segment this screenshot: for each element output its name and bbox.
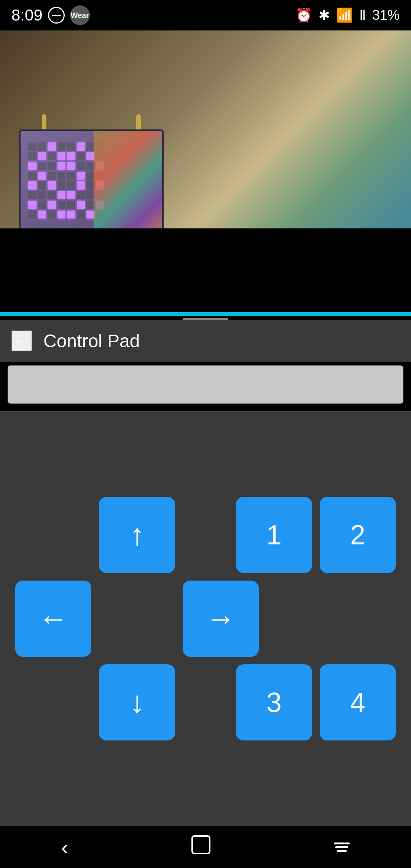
down-arrow-icon: ↓ bbox=[129, 687, 145, 718]
led-dot bbox=[38, 181, 46, 190]
led-matrix bbox=[28, 142, 104, 219]
led-dot bbox=[67, 142, 75, 151]
led-dot bbox=[57, 142, 66, 151]
recents-line-2 bbox=[335, 846, 348, 848]
led-dot bbox=[38, 172, 46, 180]
right-arrow-icon: → bbox=[206, 603, 236, 634]
led-dot bbox=[67, 201, 75, 209]
home-icon bbox=[191, 834, 211, 855]
led-dot bbox=[48, 191, 56, 199]
led-dot bbox=[38, 211, 46, 219]
led-dot bbox=[77, 191, 85, 199]
right-button[interactable]: → bbox=[183, 581, 259, 657]
led-dot bbox=[57, 152, 66, 161]
app-header: ← Control Pad bbox=[0, 320, 411, 362]
wear-badge: Wear bbox=[70, 5, 90, 25]
button-3[interactable]: 3 bbox=[236, 664, 312, 740]
left-button[interactable]: ← bbox=[15, 581, 91, 657]
dark-band bbox=[0, 228, 411, 282]
led-dot bbox=[48, 201, 56, 209]
led-dot bbox=[67, 172, 75, 180]
wear-label: Wear bbox=[70, 11, 89, 20]
status-bar: 8:09 Wear ⏰ ✱ 📶 Ⅱ 31% bbox=[0, 0, 411, 30]
led-dot bbox=[38, 152, 46, 161]
led-dot bbox=[57, 211, 66, 219]
led-dot bbox=[28, 152, 37, 161]
signal-icon: Ⅱ bbox=[359, 7, 366, 23]
led-dot bbox=[48, 152, 56, 161]
down-button[interactable]: ↓ bbox=[99, 664, 175, 740]
led-dot bbox=[67, 191, 75, 199]
time-display: 8:09 bbox=[11, 6, 43, 24]
label-4: 4 bbox=[350, 687, 365, 718]
led-dot bbox=[28, 181, 37, 190]
button-4[interactable]: 4 bbox=[320, 664, 396, 740]
status-right: ⏰ ✱ 📶 Ⅱ 31% bbox=[295, 7, 400, 23]
led-dot bbox=[48, 162, 56, 170]
led-dot bbox=[48, 142, 56, 151]
bluetooth-icon: ✱ bbox=[319, 7, 330, 23]
text-input-field[interactable] bbox=[8, 365, 403, 404]
up-arrow-icon: ↑ bbox=[129, 520, 145, 550]
dnd-line bbox=[52, 15, 61, 16]
nav-back-button[interactable]: ‹ bbox=[61, 835, 68, 860]
led-dot bbox=[38, 201, 46, 209]
wifi-icon: 📶 bbox=[336, 7, 353, 23]
led-dot bbox=[38, 162, 46, 170]
recents-icon bbox=[334, 842, 350, 852]
led-dot bbox=[48, 211, 56, 219]
led-dot bbox=[77, 201, 85, 209]
control-pad-area: ↑ 1 2 ← → ↓ 3 bbox=[0, 411, 411, 826]
led-dot bbox=[28, 191, 37, 199]
dnd-icon bbox=[48, 7, 65, 24]
led-dot bbox=[77, 211, 85, 219]
blue-divider bbox=[0, 312, 411, 316]
navigation-bar: ‹ bbox=[0, 826, 411, 868]
led-dot bbox=[77, 172, 85, 180]
control-row-2: ← → bbox=[15, 581, 396, 657]
recents-line-3 bbox=[337, 850, 347, 852]
led-dot bbox=[67, 162, 75, 170]
led-dot bbox=[57, 172, 66, 180]
led-dot bbox=[67, 152, 75, 161]
camera-preview bbox=[0, 30, 411, 327]
led-dot bbox=[77, 152, 85, 161]
status-left: 8:09 Wear bbox=[11, 5, 90, 25]
led-dot bbox=[38, 191, 46, 199]
left-arrow-icon: ← bbox=[38, 603, 68, 634]
led-dot bbox=[57, 191, 66, 199]
led-dot bbox=[28, 162, 37, 170]
led-dot bbox=[77, 181, 85, 190]
led-dot bbox=[28, 211, 37, 219]
alarm-icon: ⏰ bbox=[295, 7, 312, 23]
nav-recents-button[interactable] bbox=[334, 842, 350, 852]
label-1: 1 bbox=[266, 519, 282, 550]
led-dot bbox=[57, 201, 66, 209]
label-3: 3 bbox=[266, 687, 282, 718]
led-dot bbox=[77, 142, 85, 151]
led-dot bbox=[67, 211, 75, 219]
led-dot bbox=[67, 181, 75, 190]
led-dot bbox=[38, 142, 46, 151]
up-button[interactable]: ↑ bbox=[99, 497, 175, 573]
led-dot bbox=[48, 181, 56, 190]
nav-home-button[interactable] bbox=[191, 834, 211, 860]
led-dot bbox=[57, 181, 66, 190]
led-dot bbox=[48, 172, 56, 180]
battery-indicator: 31% bbox=[372, 7, 400, 23]
control-row-3: ↓ 3 4 bbox=[15, 664, 396, 740]
page-title: Control Pad bbox=[43, 330, 140, 351]
led-dot bbox=[77, 162, 85, 170]
label-2: 2 bbox=[350, 519, 365, 550]
led-dot bbox=[28, 142, 37, 151]
recents-line-1 bbox=[334, 842, 350, 844]
button-1[interactable]: 1 bbox=[236, 497, 312, 573]
back-button[interactable]: ← bbox=[11, 330, 32, 351]
svg-rect-0 bbox=[192, 836, 210, 854]
led-dot bbox=[28, 172, 37, 180]
button-2[interactable]: 2 bbox=[320, 497, 396, 573]
led-dot bbox=[28, 201, 37, 209]
control-row-1: ↑ 1 2 bbox=[15, 497, 396, 573]
led-dot bbox=[57, 162, 66, 170]
